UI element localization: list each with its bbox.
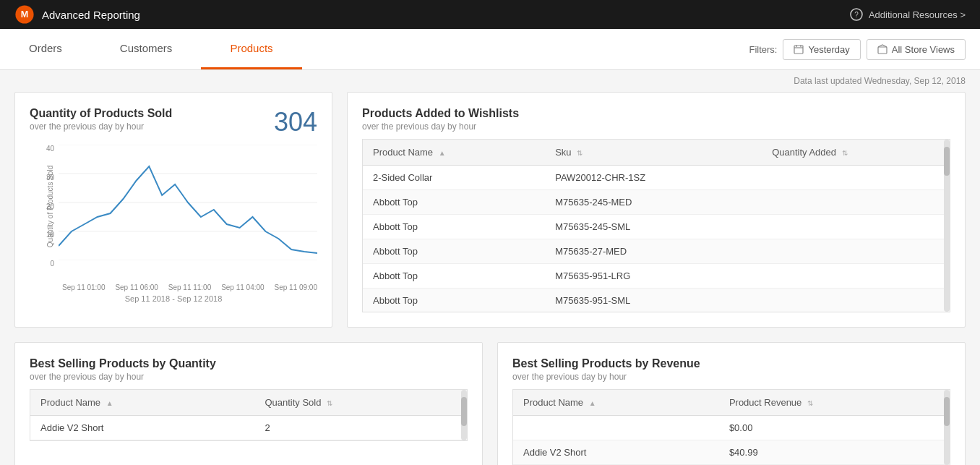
sku-cell: M75635-27-MED: [545, 239, 762, 264]
col-sku[interactable]: Sku ⇅: [545, 140, 762, 166]
x-label-5: Sep 11 09:00: [275, 283, 318, 291]
col-qty-sold[interactable]: Quantity Sold ⇅: [254, 390, 467, 416]
col-qty-added-label: Quantity Added: [772, 147, 836, 158]
yesterday-filter-button[interactable]: Yesterday: [783, 39, 860, 60]
sort-qty-added-icon: ⇅: [842, 149, 848, 157]
tab-bar: Orders Customers Products Filters: Yeste…: [0, 29, 980, 70]
store-views-filter-button[interactable]: All Store Views: [867, 39, 966, 60]
best-qty-table-header: Product Name ▲ Quantity Sold ⇅: [30, 390, 467, 416]
col-qty-added[interactable]: Quantity Added ⇅: [762, 140, 950, 166]
revenue-scrollbar-thumb: [944, 397, 950, 426]
svg-rect-4: [794, 46, 803, 54]
filters-area: Filters: Yesterday All Store Views: [749, 29, 980, 69]
sku-cell: M75635-245-SML: [545, 215, 762, 239]
data-updated-bar: Data last updated Wednesday, Sep 12, 201…: [0, 70, 980, 92]
top-card-row: Quantity of Products Sold over the previ…: [14, 92, 966, 328]
product-name-cell: Abbott Top: [363, 239, 545, 264]
quantity-sold-chart: 40 30 20 10 0 Quantity of Products Sold: [30, 145, 317, 282]
quantity-sold-subtitle: over the previous day by hour: [30, 121, 172, 132]
main-content: Quantity of Products Sold over the previ…: [0, 92, 980, 465]
qty-added-cell: [762, 239, 950, 264]
qty-table-scrollbar[interactable]: [461, 390, 467, 440]
table-row: Abbott Top M75635-245-MED: [363, 190, 950, 215]
help-icon: ?: [850, 8, 863, 21]
table-scrollbar[interactable]: [944, 140, 950, 312]
tab-orders[interactable]: Orders: [0, 29, 91, 69]
best-qty-table-body: Addie V2 Short 2: [30, 416, 467, 440]
bottom-card-row: Best Selling Products by Quantity over t…: [14, 342, 966, 465]
sku-cell: M75635-951-SML: [545, 289, 762, 313]
table-row: Addie V2 Short 2: [30, 416, 467, 440]
qty-sold-cell: 2: [254, 416, 467, 440]
quantity-sold-title: Quantity of Products Sold: [30, 107, 172, 120]
product-name-cell: Addie V2 Short: [30, 416, 254, 440]
wishlists-card: Products Added to Wishlists over the pre…: [347, 92, 966, 328]
wishlists-table-container: Product Name ▲ Sku ⇅ Quantity Added ⇅: [362, 139, 950, 312]
product-name-cell: 2-Sided Collar: [363, 166, 545, 190]
table-row: $0.00: [513, 416, 950, 440]
sort-sku-icon: ⇅: [577, 149, 583, 157]
revenue-table-scrollbar[interactable]: [944, 390, 950, 465]
col-product-name[interactable]: Product Name ▲: [363, 140, 545, 166]
qty-added-cell: [762, 264, 950, 289]
product-revenue-cell: $0.00: [719, 416, 950, 440]
svg-text:?: ?: [854, 11, 859, 19]
additional-resources-label: Additional Resources >: [869, 9, 966, 20]
product-name-cell: Addie V2 Short: [513, 440, 719, 465]
wishlists-table: Product Name ▲ Sku ⇅ Quantity Added ⇅: [363, 140, 950, 312]
x-label-3: Sep 11 11:00: [168, 283, 212, 291]
table-row: Abbott Top M75635-245-SML: [363, 215, 950, 239]
col-product-name-label: Product Name: [373, 147, 433, 158]
best-qty-table-container: Product Name ▲ Quantity Sold ⇅ Addie V2 …: [30, 389, 468, 441]
sku-cell: M75635-245-MED: [545, 190, 762, 215]
product-name-cell: [513, 416, 719, 440]
tab-products[interactable]: Products: [201, 29, 301, 69]
sort-product-name-icon: ▲: [439, 149, 446, 157]
sku-cell: M75635-951-LRG: [545, 264, 762, 289]
line-chart-svg: [59, 145, 317, 260]
table-row: Abbott Top M75635-951-SML: [363, 289, 950, 313]
tabs: Orders Customers Products: [0, 29, 302, 69]
data-updated-text: Data last updated Wednesday, Sep 12, 201…: [794, 76, 966, 86]
store-icon: [877, 44, 887, 54]
best-revenue-table-container: Product Name ▲ Product Revenue ⇅: [512, 389, 950, 465]
sku-cell: PAW20012-CHR-1SZ: [545, 166, 762, 190]
quantity-sold-number: 304: [274, 107, 317, 137]
best-qty-table: Product Name ▲ Quantity Sold ⇅ Addie V2 …: [30, 390, 467, 440]
x-label-4: Sep 11 04:00: [221, 283, 265, 291]
col-product-revenue[interactable]: Product Revenue ⇅: [719, 390, 950, 416]
wishlists-table-header: Product Name ▲ Sku ⇅ Quantity Added ⇅: [363, 140, 950, 166]
product-revenue-cell: $40.99: [719, 440, 950, 465]
yesterday-label: Yesterday: [808, 44, 849, 55]
product-name-cell: Abbott Top: [363, 190, 545, 215]
qty-added-cell: [762, 289, 950, 313]
best-qty-subtitle: over the previous day by hour: [30, 372, 468, 382]
svg-rect-8: [878, 47, 887, 54]
product-name-cell: Abbott Top: [363, 215, 545, 239]
qty-added-cell: [762, 190, 950, 215]
best-revenue-subtitle: over the previous day by hour: [512, 372, 950, 382]
additional-resources-link[interactable]: ? Additional Resources >: [850, 8, 966, 21]
wishlists-table-body: 2-Sided Collar PAW20012-CHR-1SZ Abbott T…: [363, 166, 950, 313]
best-revenue-table: Product Name ▲ Product Revenue ⇅: [513, 390, 950, 465]
table-row: Abbott Top M75635-951-LRG: [363, 264, 950, 289]
best-qty-title: Best Selling Products by Quantity: [30, 357, 468, 370]
col-product-name-rev[interactable]: Product Name ▲: [513, 390, 719, 416]
y-axis-label: Quantity of Products Sold: [46, 165, 54, 247]
best-qty-card: Best Selling Products by Quantity over t…: [14, 342, 483, 465]
table-row: Abbott Top M75635-27-MED: [363, 239, 950, 264]
col-product-name-qty-label: Product Name: [40, 397, 100, 408]
brand: M Advanced Reporting: [14, 4, 140, 25]
x-label-1: Sep 11 01:00: [62, 283, 106, 291]
svg-text:M: M: [21, 9, 29, 20]
col-sku-label: Sku: [555, 147, 571, 158]
col-product-revenue-label: Product Revenue: [729, 397, 801, 408]
product-name-cell: Abbott Top: [363, 289, 545, 313]
qty-added-cell: [762, 215, 950, 239]
best-revenue-table-header: Product Name ▲ Product Revenue ⇅: [513, 390, 950, 416]
col-product-name-rev-label: Product Name: [523, 397, 583, 408]
best-revenue-title: Best Selling Products by Revenue: [512, 357, 950, 370]
qty-added-cell: [762, 166, 950, 190]
tab-customers[interactable]: Customers: [91, 29, 202, 69]
col-product-name-qty[interactable]: Product Name ▲: [30, 390, 254, 416]
